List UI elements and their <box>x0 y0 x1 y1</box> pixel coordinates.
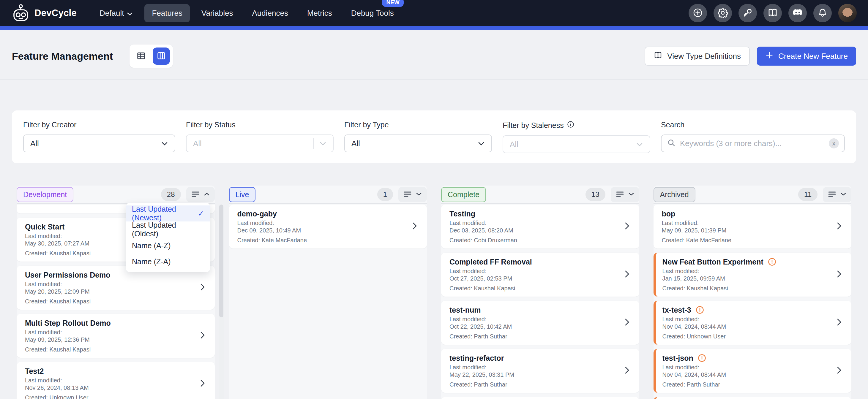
chevron-right-icon <box>835 270 843 280</box>
column-header: Development 28 <box>17 186 215 204</box>
filter-type-label: Filter by Type <box>344 121 492 129</box>
feature-card[interactable]: test-num Last modified: Oct 22, 2025, 10… <box>441 301 639 345</box>
quick-add-button[interactable] <box>689 4 707 22</box>
column-sort-button[interactable] <box>611 187 639 202</box>
column-sort-button[interactable] <box>186 187 215 202</box>
plus-icon <box>765 51 774 62</box>
feature-card[interactable]: bop Last modified: May 09, 2025, 01:39 P… <box>653 204 852 248</box>
filter-creator-label: Filter by Creator <box>23 121 175 129</box>
last-modified-date: Nov 04, 2024, 08:44 AM <box>662 323 831 330</box>
column-header: Live 1 <box>229 186 427 204</box>
view-type-definitions-button[interactable]: View Type Definitions <box>645 46 750 66</box>
feature-card[interactable]: User Permissions Demo Last modified: May… <box>17 266 215 310</box>
discord-button[interactable] <box>788 4 807 22</box>
feature-name: Testing <box>450 209 618 218</box>
filter-status: Filter by Status All <box>186 121 334 153</box>
project-switcher[interactable]: Default <box>92 4 140 23</box>
nav-item-features[interactable]: Features <box>144 4 190 22</box>
robot-logo-icon <box>11 4 30 23</box>
feature-name: test-json <box>662 354 831 363</box>
feature-card[interactable]: Testing Last modified: Dec 03, 2025, 08:… <box>441 204 639 248</box>
accent-bar <box>0 26 868 30</box>
notifications-button[interactable] <box>813 4 832 22</box>
feature-card-body: Testing Last modified: Dec 03, 2025, 08:… <box>450 209 618 244</box>
column-count-badge: 11 <box>798 188 817 201</box>
settings-button[interactable] <box>714 4 732 22</box>
last-modified-label: Last modified: <box>450 364 618 371</box>
filter-staleness-label: Filter by Staleness <box>503 121 650 130</box>
feature-card[interactable]: rachel-test <box>653 397 852 399</box>
nav-item-variables[interactable]: Variables <box>194 4 240 22</box>
last-modified-date: Oct 27, 2025, 02:53 PM <box>450 275 618 282</box>
devcycle-logo[interactable]: DevCycle <box>11 4 76 23</box>
filter-staleness: Filter by Staleness All <box>503 121 650 153</box>
sort-lines-icon <box>403 191 412 199</box>
create-new-feature-button[interactable]: Create New Feature <box>757 46 856 66</box>
sort-lines-icon <box>191 191 200 199</box>
stale-warning-icon <box>695 305 704 314</box>
chevron-right-icon <box>623 366 631 376</box>
column-status-badge: Archived <box>653 187 695 202</box>
column-status-badge: Complete <box>441 187 486 202</box>
column-scrollbar[interactable] <box>219 204 224 399</box>
search-clear-button[interactable]: x <box>829 138 839 148</box>
column-sort-button[interactable] <box>398 187 427 202</box>
nav-item-debug-tools[interactable]: Debug Tools NEW <box>344 4 401 22</box>
feature-name: Test2 <box>25 367 194 375</box>
feature-card[interactable]: demo-paul <box>441 397 639 399</box>
created-by: Created: Unknown User <box>662 333 831 340</box>
feature-card[interactable]: New Feat Button Experiment Last modified… <box>653 253 852 297</box>
chevron-right-icon <box>199 379 207 389</box>
last-modified-date: May 20, 2025, 12:09 PM <box>25 288 194 295</box>
feature-card[interactable]: Multi Step Rollout Demo Last modified: M… <box>17 314 215 358</box>
feature-card-body: Test2 Last modified: Nov 26, 2024, 08:13… <box>25 367 194 399</box>
column-count-badge: 13 <box>586 188 606 201</box>
nav-item-audiences[interactable]: Audiences <box>245 4 295 22</box>
chevron-right-icon <box>411 222 418 232</box>
filter-staleness-select[interactable]: All <box>503 135 650 153</box>
last-modified-date: Dec 03, 2025, 08:20 AM <box>450 227 618 234</box>
sort-option[interactable]: Last Updated (Newest)✓ <box>126 205 210 222</box>
filter-status-select[interactable]: All <box>186 134 334 152</box>
table-view-button[interactable] <box>132 47 150 65</box>
select-divider <box>313 138 314 149</box>
sort-option[interactable]: Name (A-Z) <box>126 237 210 254</box>
feature-card[interactable]: testing-refactor Last modified: May 22, … <box>441 349 639 393</box>
filter-creator-select[interactable]: All <box>23 134 175 152</box>
api-keys-button[interactable] <box>739 4 757 22</box>
nav-item-metrics[interactable]: Metrics <box>300 4 340 22</box>
feature-card[interactable]: test-json Last modified: Nov 04, 2024, 0… <box>653 349 852 393</box>
check-icon: ✓ <box>198 209 204 218</box>
search-input[interactable] <box>680 139 825 148</box>
feature-card[interactable]: Test2 Last modified: Nov 26, 2024, 08:13… <box>17 362 215 399</box>
main-nav: Default Features Variables Audiences Met… <box>92 4 401 23</box>
column-sort-button[interactable] <box>823 187 851 202</box>
info-icon[interactable] <box>567 121 575 130</box>
sort-option[interactable]: Last Updated (Oldest) <box>126 222 210 237</box>
kanban-view-button[interactable] <box>153 47 170 65</box>
feature-card[interactable]: tx-test-3 Last modified: Nov 04, 2024, 0… <box>653 301 852 345</box>
filter-type-select[interactable]: All <box>344 134 492 152</box>
created-by: Created: Parth Suthar <box>450 381 618 388</box>
feature-name: Multi Step Rollout Demo <box>25 319 194 328</box>
feature-name: testing-refactor <box>450 354 618 363</box>
last-modified-date: Jan 15, 2025, 09:59 AM <box>662 275 831 282</box>
feature-name: Completed FF Removal <box>450 257 618 266</box>
created-by: Created: Parth Suthar <box>450 333 618 340</box>
column-status-badge: Development <box>17 187 73 202</box>
feature-card[interactable]: demo-gaby Last modified: Dec 09, 2025, 1… <box>229 204 427 248</box>
docs-button[interactable] <box>764 4 782 22</box>
last-modified-date: May 22, 2025, 03:31 PM <box>450 371 618 378</box>
stale-warning-icon <box>768 257 776 266</box>
feature-card[interactable]: Completed FF Removal Last modified: Oct … <box>441 253 639 297</box>
chevron-down-icon <box>161 139 168 148</box>
sort-option[interactable]: Name (Z-A) <box>126 254 210 270</box>
user-avatar[interactable] <box>838 4 857 22</box>
page-title: Feature Management <box>12 51 113 62</box>
last-modified-date: Dec 09, 2025, 10:49 AM <box>237 227 406 234</box>
last-modified-label: Last modified: <box>450 315 618 323</box>
last-modified-label: Last modified: <box>662 315 831 323</box>
filter-type: Filter by Type All <box>344 121 492 153</box>
header-divider <box>0 79 868 79</box>
kanban-column-archived: Archived 11 bop Last modified: Ma <box>653 186 852 399</box>
